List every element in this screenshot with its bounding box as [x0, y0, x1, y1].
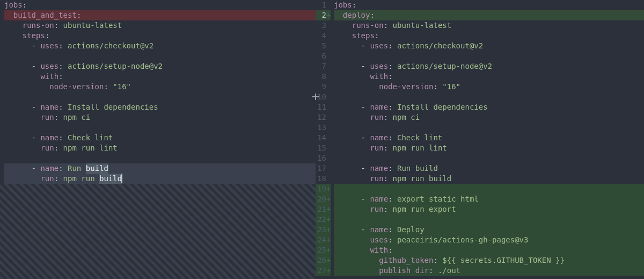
code-line[interactable]	[334, 214, 644, 225]
code-line[interactable]: node-version: "16"	[4, 82, 316, 92]
line-number[interactable]: 20+	[316, 194, 331, 204]
code-line[interactable]: run: npm run export	[334, 204, 644, 214]
line-number[interactable]: 8	[316, 71, 331, 82]
code-line[interactable]: jobs:	[334, 0, 644, 10]
line-number[interactable]: 11	[316, 102, 331, 112]
line-number	[0, 153, 1, 163]
line-number[interactable]: 23+	[316, 225, 331, 235]
line-number[interactable]: 22+	[316, 214, 331, 225]
diff-add-marker: +	[326, 204, 331, 214]
search-match: build	[99, 174, 122, 184]
code-line[interactable]: runs-on: ubuntu-latest	[334, 20, 644, 31]
code-line[interactable]: - name: Check lint	[4, 133, 316, 143]
code-line[interactable]: runs-on: ubuntu-latest	[4, 20, 316, 31]
line-number[interactable]: 9	[316, 82, 331, 92]
line-number[interactable]: 5	[316, 41, 331, 51]
code-line[interactable]: - name: Run build	[334, 163, 644, 174]
code-line[interactable]: - name: Install dependencies	[4, 102, 316, 112]
code-line[interactable]: publish_dir: ./out	[334, 266, 644, 276]
diff-insert-handle[interactable]	[310, 92, 321, 103]
diff-filler-hatch	[0, 184, 316, 279]
line-number	[0, 82, 1, 92]
line-number	[0, 61, 1, 71]
code-line[interactable]	[4, 92, 316, 102]
diff-pane-modified[interactable]: 12+345678910111213141516171819+20+21+22+…	[316, 0, 644, 279]
code-line[interactable]: run: npm run lint	[4, 143, 316, 153]
code-line[interactable]	[4, 153, 316, 163]
line-number	[0, 0, 1, 10]
diff-pane-original[interactable]: jobs: build_and_test: runs-on: ubuntu-la…	[0, 0, 316, 279]
code-line[interactable]: - uses: actions/setup-node@v2	[334, 61, 644, 71]
diff-add-marker: +	[326, 10, 331, 20]
line-number[interactable]: 26+	[316, 255, 331, 266]
code-line[interactable]: - uses: actions/setup-node@v2	[4, 61, 316, 71]
code-line[interactable]: deploy:	[334, 10, 644, 20]
line-number[interactable]: 25+	[316, 245, 331, 255]
code-line[interactable]: - name: Deploy	[334, 225, 644, 235]
code-line[interactable]: - uses: actions/checkout@v2	[334, 41, 644, 51]
code-line[interactable]: - uses: actions/checkout@v2	[4, 41, 316, 51]
line-number	[0, 71, 1, 82]
diff-add-marker: +	[326, 255, 331, 266]
code-line[interactable]: node-version: "16"	[334, 82, 644, 92]
line-number	[0, 174, 1, 184]
diff-add-marker: +	[326, 214, 331, 225]
code-line[interactable]: uses: peaceiris/actions-gh-pages@v3	[334, 235, 644, 245]
line-number[interactable]: 7	[316, 61, 331, 71]
line-number	[0, 31, 1, 41]
line-number[interactable]: 21+	[316, 204, 331, 214]
line-number[interactable]: 27+	[316, 266, 331, 276]
code-line[interactable]: steps:	[4, 31, 316, 41]
code-line[interactable]: steps:	[334, 31, 644, 41]
code-line[interactable]: - name: Install dependencies	[334, 102, 644, 112]
diff-view: jobs: build_and_test: runs-on: ubuntu-la…	[0, 0, 644, 279]
line-number[interactable]: 12	[316, 112, 331, 123]
line-number	[0, 112, 1, 123]
line-number[interactable]: 24+	[316, 235, 331, 245]
code-line[interactable]: with:	[334, 71, 644, 82]
diff-add-marker: +	[326, 194, 331, 204]
code-line[interactable]: with:	[4, 71, 316, 82]
plus-icon	[311, 92, 320, 104]
search-match: build	[86, 163, 108, 174]
line-number[interactable]: 14	[316, 133, 331, 143]
line-number	[0, 163, 1, 174]
code-line[interactable]	[334, 92, 644, 102]
line-number	[0, 51, 1, 61]
code-line[interactable]: run: npm run build	[4, 174, 316, 184]
line-number[interactable]: 16	[316, 153, 331, 163]
code-line[interactable]	[334, 153, 644, 163]
line-number[interactable]: 6	[316, 51, 331, 61]
code-line[interactable]: run: npm ci	[334, 112, 644, 123]
line-number[interactable]: 3	[316, 20, 331, 31]
line-number[interactable]: 4	[316, 31, 331, 41]
diff-add-marker: +	[326, 245, 331, 255]
line-number[interactable]: 2+	[316, 10, 331, 20]
code-line[interactable]: jobs:	[4, 0, 316, 10]
line-number[interactable]: 1	[316, 0, 331, 10]
line-number	[0, 92, 1, 102]
code-line[interactable]	[334, 123, 644, 133]
code-right[interactable]: jobs: deploy: runs-on: ubuntu-latest ste…	[334, 0, 644, 279]
code-line[interactable]: - name: export static html	[334, 194, 644, 204]
code-line[interactable]: run: npm run build	[334, 174, 644, 184]
code-line[interactable]: run: npm run lint	[334, 143, 644, 153]
line-number[interactable]: 17	[316, 163, 331, 174]
code-line[interactable]: github_token: ${{ secrets.GITHUB_TOKEN }…	[334, 255, 644, 266]
line-number[interactable]: 13	[316, 123, 331, 133]
code-line[interactable]	[4, 123, 316, 133]
code-line[interactable]: build_and_test:	[4, 10, 316, 20]
line-number	[0, 102, 1, 112]
code-line[interactable]	[4, 51, 316, 61]
code-line[interactable]	[334, 51, 644, 61]
code-line[interactable]	[334, 184, 644, 194]
code-line[interactable]: with:	[334, 245, 644, 255]
code-line[interactable]: - name: Run build	[4, 163, 316, 174]
line-number[interactable]: 18	[316, 174, 331, 184]
line-number[interactable]: 15	[316, 143, 331, 153]
line-number	[0, 10, 1, 20]
line-number[interactable]: 19+	[316, 184, 331, 194]
code-line[interactable]: - name: Check lint	[334, 133, 644, 143]
line-number	[0, 123, 1, 133]
code-line[interactable]: run: npm ci	[4, 112, 316, 123]
